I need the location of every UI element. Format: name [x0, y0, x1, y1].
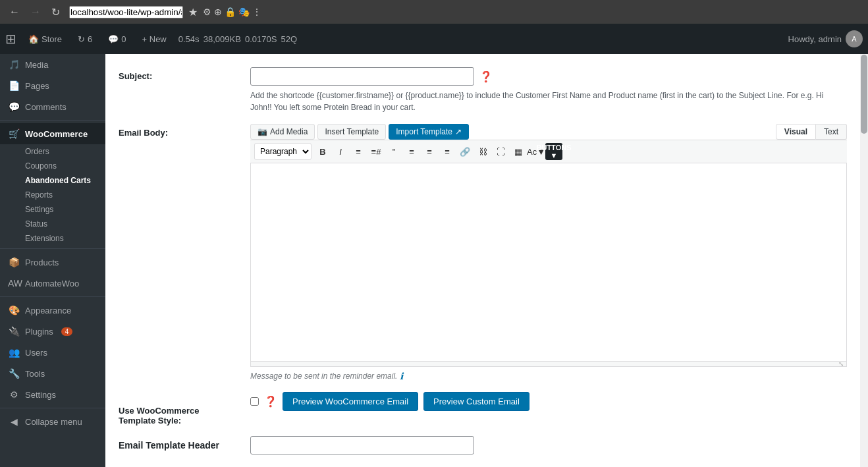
plugins-badge: 4: [61, 327, 73, 336]
sidebar-sub-reports[interactable]: Reports: [0, 188, 105, 202]
editor-resize-handle[interactable]: ⤡: [251, 361, 846, 366]
bold-button[interactable]: B: [314, 143, 331, 160]
bookmark-icon[interactable]: ★: [188, 6, 198, 18]
sidebar-item-products-label: Products: [25, 258, 59, 267]
sidebar-sub-orders[interactable]: Orders: [0, 144, 105, 159]
comments-item[interactable]: 💬 0: [104, 24, 130, 54]
sidebar-sub-coupons[interactable]: Coupons: [0, 159, 105, 173]
email-template-header-label: Email Template Header: [119, 436, 250, 451]
message-hint: Message to be sent in the reminder email…: [250, 371, 847, 381]
editor-toolbar: 📷 Add Media Insert Template Import Templ…: [250, 124, 847, 140]
sidebar-item-comments[interactable]: 💬 Comments: [0, 96, 105, 117]
email-body-row: Email Body: 📷 Add Media Insert Template …: [119, 124, 847, 381]
tab-text[interactable]: Text: [816, 124, 847, 140]
collapse-icon: ◀: [8, 416, 20, 427]
sidebar-sub-status[interactable]: Status: [0, 217, 105, 231]
sidebar-item-woocommerce[interactable]: 🛒 WooCommerce: [0, 123, 105, 144]
sidebar-item-users[interactable]: 👥 Users: [0, 342, 105, 363]
email-template-header-input[interactable]: [250, 436, 474, 454]
sidebar-divider-1: [0, 120, 105, 121]
paragraph-select[interactable]: Paragraph: [254, 143, 312, 160]
sidebar-item-plugins[interactable]: 🔌 Plugins 4: [0, 321, 105, 342]
preview-custom-email-button[interactable]: Preview Custom Email: [423, 392, 529, 411]
comments-count: 0: [121, 34, 126, 44]
woo-template-row: Use WooCommerce Template Style: ❓ Previe…: [119, 392, 847, 426]
insert-template-button[interactable]: Insert Template: [317, 124, 386, 140]
import-template-button[interactable]: Import Template ↗: [389, 124, 469, 140]
align-center-button[interactable]: ≡: [421, 143, 438, 160]
sidebar-sub-extensions[interactable]: Extensions: [0, 231, 105, 246]
sidebar-item-automatewoo[interactable]: AW AutomateWoo: [0, 273, 105, 294]
sidebar-sub-settings[interactable]: Settings: [0, 202, 105, 217]
wp-logo-icon[interactable]: ⊞: [5, 31, 16, 47]
align-left-button[interactable]: ≡: [403, 143, 420, 160]
buttons-button[interactable]: BUTTONS ▼: [545, 143, 562, 160]
main-content: Subject: ❓ Add the shortcode {{customer.…: [105, 54, 860, 467]
extensions-icon: ⚙ ⊕ 🔒 🎭 ⋮: [203, 7, 261, 17]
unlink-button[interactable]: ⛓: [474, 143, 491, 160]
woo-template-help-icon[interactable]: ❓: [264, 395, 277, 408]
woo-template-label: Use WooCommerce Template Style:: [119, 392, 250, 426]
subject-input[interactable]: [250, 67, 474, 86]
link-button[interactable]: 🔗: [456, 143, 474, 160]
perf-stats: 0.54s 38,009KB 0.0170S 52Q: [178, 34, 297, 44]
admin-bar: ⊞ 🏠 Store ↻ 6 💬 0 + New 0.54s 38,009KB 0…: [0, 24, 868, 54]
subject-hint: Add the shortcode {{customer.firstname}}…: [250, 90, 847, 113]
sidebar-item-media[interactable]: 🎵 Media: [0, 54, 105, 75]
user-avatar: A: [846, 30, 863, 47]
sidebar-item-pages[interactable]: 📄 Pages: [0, 75, 105, 96]
refresh-button[interactable]: ↻: [47, 5, 64, 20]
email-template-header-content: [250, 436, 847, 454]
sidebar-divider-4: [0, 408, 105, 408]
table-button[interactable]: ▦: [510, 143, 527, 160]
scrollbar-track[interactable]: [860, 54, 868, 467]
scrollbar-thumb[interactable]: [861, 55, 867, 134]
woo-template-checkbox[interactable]: [250, 397, 259, 406]
align-right-button[interactable]: ≡: [439, 143, 456, 160]
fullscreen-button[interactable]: ⛶: [492, 143, 509, 160]
subject-content: ❓ Add the shortcode {{customer.firstname…: [250, 67, 847, 113]
subject-help-icon[interactable]: ❓: [479, 70, 493, 83]
sidebar-item-products[interactable]: 📦 Products: [0, 252, 105, 273]
email-template-header-row: Email Template Header: [119, 436, 847, 454]
back-button[interactable]: ←: [5, 5, 24, 20]
site-name: Store: [41, 34, 62, 44]
sidebar-divider-3: [0, 296, 105, 297]
unordered-list-button[interactable]: ≡: [350, 143, 367, 160]
ordered-list-button[interactable]: ≡#: [367, 143, 385, 160]
comments-icon: 💬: [108, 34, 119, 44]
new-item[interactable]: + New: [138, 24, 171, 54]
comments-nav-icon: 💬: [8, 101, 20, 112]
editor-wrapper: ⤡: [250, 163, 847, 367]
italic-button[interactable]: I: [332, 143, 349, 160]
sidebar-item-users-label: Users: [25, 348, 47, 358]
products-icon: 📦: [8, 257, 20, 267]
browser-navigation[interactable]: ← → ↻: [5, 5, 64, 20]
visual-text-tabs: Visual Text: [776, 124, 847, 140]
browser-bar: ← → ↻ ★ ⚙ ⊕ 🔒 🎭 ⋮: [0, 0, 868, 24]
blockquote-button[interactable]: ": [385, 143, 402, 160]
updates-item[interactable]: ↻ 6: [74, 24, 96, 54]
media-icon: 🎵: [8, 59, 20, 70]
forward-button[interactable]: →: [26, 5, 45, 20]
howdy-section[interactable]: Howdy, admin A: [788, 30, 863, 47]
sidebar-item-settings[interactable]: ⚙ Settings: [0, 384, 105, 405]
sidebar-item-settings-label: Settings: [25, 390, 56, 400]
preview-woocommerce-email-button[interactable]: Preview WooCommerce Email: [283, 392, 418, 411]
tab-visual[interactable]: Visual: [776, 124, 816, 140]
add-media-button[interactable]: 📷 Add Media: [250, 124, 315, 140]
woo-template-content: ❓ Preview WooCommerce Email Preview Cust…: [250, 392, 847, 411]
tools-icon: 🔧: [8, 368, 20, 379]
sidebar-item-appearance[interactable]: 🎨 Appearance: [0, 300, 105, 321]
sidebar-item-tools-label: Tools: [25, 369, 45, 379]
editor-body[interactable]: [251, 163, 846, 361]
email-body-label: Email Body:: [119, 124, 250, 138]
sidebar-divider-2: [0, 248, 105, 249]
editor-format-bar: Paragraph B I ≡ ≡# " ≡ ≡ ≡ 🔗 ⛓: [250, 140, 847, 163]
users-icon: 👥: [8, 347, 20, 358]
url-bar[interactable]: [69, 6, 183, 18]
sidebar-item-collapse[interactable]: ◀ Collapse menu: [0, 411, 105, 432]
site-name-item[interactable]: 🏠 Store: [24, 24, 66, 54]
sidebar-item-tools[interactable]: 🔧 Tools: [0, 363, 105, 384]
sidebar-sub-abandoned-carts[interactable]: Abandoned Carts: [0, 173, 105, 188]
